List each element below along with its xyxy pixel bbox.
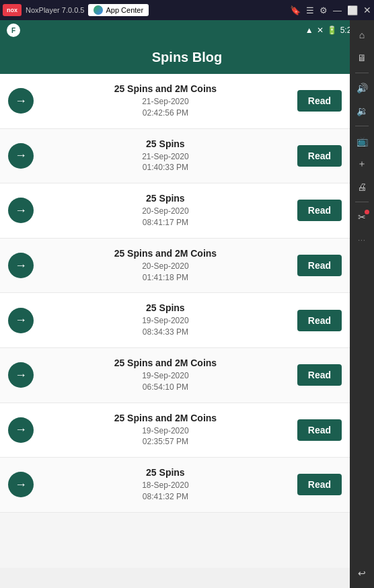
blog-date: 18-Sep-202008:41:32 PM: [42, 480, 289, 503]
blog-date: 20-Sep-202008:41:17 PM: [42, 206, 289, 228]
blog-info: 25 Spins 19-Sep-202008:34:33 PM: [42, 302, 289, 338]
arrow-right-icon: →: [15, 204, 27, 218]
wifi-icon: ▲: [305, 26, 313, 35]
arrow-circle-button[interactable]: →: [8, 417, 34, 443]
menu-icon[interactable]: ☰: [306, 5, 314, 15]
volume-high-icon[interactable]: 🔊: [352, 79, 371, 97]
blog-date: 19-Sep-202006:54:10 PM: [42, 370, 289, 393]
arrow-circle-button[interactable]: →: [8, 198, 34, 223]
arrow-right-icon: →: [15, 313, 27, 327]
list-item: → 25 Spins 20-Sep-202008:41:17 PM Read: [0, 183, 350, 239]
list-item: → 25 Spins and 2M Coins 20-Sep-202001:41…: [0, 239, 350, 294]
volume-low-icon[interactable]: 🔉: [352, 101, 371, 120]
read-button[interactable]: Read: [297, 310, 342, 331]
battery-icon: 🔋: [327, 26, 337, 35]
screen-icon[interactable]: 🖥: [352, 48, 371, 67]
blog-list: → 25 Spins and 2M Coins 21-Sep-202002:42…: [0, 74, 350, 568]
arrow-right-icon: →: [15, 423, 27, 437]
blog-info: 25 Spins 20-Sep-202008:41:17 PM: [42, 193, 289, 228]
more-dots-icon[interactable]: ···: [352, 230, 371, 249]
arrow-circle-button[interactable]: →: [8, 253, 34, 278]
close-icon[interactable]: ✕: [363, 5, 371, 15]
app-center-button[interactable]: App Center: [88, 4, 149, 16]
bookmark-icon[interactable]: 🔖: [290, 5, 301, 15]
scissors-icon[interactable]: ✂: [352, 208, 371, 226]
list-item: → 25 Spins 19-Sep-202008:34:33 PM Read: [0, 293, 350, 348]
arrow-right-icon: →: [15, 94, 27, 108]
arrow-circle-button[interactable]: →: [8, 472, 34, 497]
title-bar: nox NoxPlayer 7.0.0.5 App Center 🔖 ☰ ⚙ —…: [0, 0, 374, 20]
list-item: → 25 Spins 21-Sep-202001:40:33 PM Read: [0, 129, 350, 184]
app-header: Spins Blog: [0, 40, 374, 74]
blog-title: 25 Spins and 2M Coins: [42, 358, 289, 368]
status-bar-left: F: [7, 24, 20, 37]
read-button[interactable]: Read: [297, 364, 342, 386]
settings-icon[interactable]: ⚙: [320, 5, 328, 15]
back-icon[interactable]: ↩: [352, 564, 371, 583]
read-button[interactable]: Read: [297, 419, 342, 441]
list-item: → 25 Spins and 2M Coins 19-Sep-202006:54…: [0, 348, 350, 403]
blog-info: 25 Spins 21-Sep-202001:40:33 PM: [42, 138, 289, 174]
blog-date: 21-Sep-202002:42:56 PM: [42, 96, 289, 119]
right-sidebar: ⌂ 🖥 🔊 🔉 📺 ＋ 🖨 ✂ ··· ↩: [350, 20, 374, 588]
blog-info: 25 Spins and 2M Coins 21-Sep-202002:42:5…: [42, 83, 289, 119]
blog-info: 25 Spins and 2M Coins 19-Sep-202002:35:5…: [42, 413, 289, 448]
arrow-circle-button[interactable]: →: [8, 362, 34, 388]
list-item: → 25 Spins and 2M Coins 19-Sep-202002:35…: [0, 403, 350, 458]
page-title: Spins Blog: [152, 50, 222, 65]
arrow-right-icon: →: [15, 149, 27, 163]
app-center-icon: [94, 5, 103, 15]
blog-title: 25 Spins: [42, 467, 289, 478]
blog-title: 25 Spins and 2M Coins: [42, 248, 289, 259]
arrow-circle-button[interactable]: →: [8, 88, 34, 114]
sidebar-divider-2: [355, 126, 369, 126]
blog-info: 25 Spins and 2M Coins 19-Sep-202006:54:1…: [42, 358, 289, 393]
signal-off-icon: ✕: [317, 26, 324, 35]
home-icon[interactable]: ⌂: [352, 26, 371, 44]
arrow-circle-button[interactable]: →: [8, 308, 34, 333]
read-button[interactable]: Read: [297, 255, 342, 276]
sidebar-divider-3: [355, 202, 369, 202]
read-button[interactable]: Read: [297, 145, 342, 167]
display-icon[interactable]: 📺: [352, 132, 371, 151]
blog-title: 25 Spins and 2M Coins: [42, 413, 289, 423]
read-button[interactable]: Read: [297, 200, 342, 221]
blog-title: 25 Spins: [42, 302, 289, 313]
blog-date: 21-Sep-202001:40:33 PM: [42, 151, 289, 174]
list-item: → 25 Spins and 2M Coins 21-Sep-202002:42…: [0, 74, 350, 129]
read-button[interactable]: Read: [297, 474, 342, 495]
plus-apk-icon[interactable]: ＋: [352, 155, 371, 173]
arrow-circle-button[interactable]: →: [8, 143, 34, 169]
arrow-right-icon: →: [15, 478, 27, 492]
app-center-label: App Center: [106, 6, 143, 14]
title-bar-controls: 🔖 ☰ ⚙ — ⬜ ✕: [290, 5, 371, 15]
blog-info: 25 Spins and 2M Coins 20-Sep-202001:41:1…: [42, 248, 289, 284]
title-bar-left: nox NoxPlayer 7.0.0.5 App Center: [3, 4, 149, 16]
blog-title: 25 Spins and 2M Coins: [42, 83, 289, 94]
blog-info: 25 Spins 18-Sep-202008:41:32 PM: [42, 467, 289, 503]
printer-icon[interactable]: 🖨: [352, 177, 371, 196]
sidebar-divider-1: [355, 73, 369, 73]
arrow-right-icon: →: [15, 259, 27, 273]
blog-date: 20-Sep-202001:41:18 PM: [42, 261, 289, 284]
blog-date: 19-Sep-202008:34:33 PM: [42, 315, 289, 338]
nox-status-icon: F: [7, 24, 20, 37]
arrow-right-icon: →: [15, 368, 27, 382]
blog-date: 19-Sep-202002:35:57 PM: [42, 425, 289, 448]
read-button[interactable]: Read: [297, 90, 342, 112]
nox-logo: nox: [3, 4, 22, 16]
status-bar: F ▲ ✕ 🔋 5:22 ⛶: [0, 20, 374, 40]
minimize-icon[interactable]: —: [333, 5, 342, 15]
blog-title: 25 Spins: [42, 193, 289, 204]
list-item: → 25 Spins 18-Sep-202008:41:32 PM Read: [0, 458, 350, 513]
blog-title: 25 Spins: [42, 138, 289, 149]
restore-icon[interactable]: ⬜: [347, 5, 358, 15]
app-name-label: NoxPlayer 7.0.0.5: [26, 6, 84, 14]
